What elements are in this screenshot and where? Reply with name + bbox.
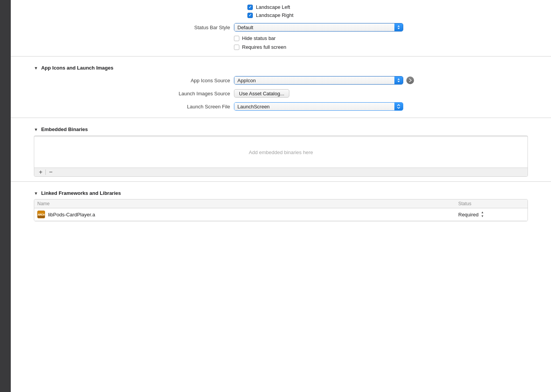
launch-screen-file-label: Launch Screen File xyxy=(34,104,234,110)
app-icons-source-value: AppIcon xyxy=(237,78,256,83)
top-section: ✓ Landscape Left ✓ Landscape Right xyxy=(11,0,551,21)
framework-status-cell: Required ▲ ▼ xyxy=(458,211,528,218)
app-icons-section-header: ▼ App Icons and Launch Images xyxy=(11,61,551,74)
use-asset-catalog-button[interactable]: Use Asset Catalog... xyxy=(234,89,289,98)
frameworks-col-name-header: Name xyxy=(37,201,458,206)
status-bar-value: Default xyxy=(237,25,253,30)
framework-name: libPods-CardPlayer.a xyxy=(48,212,95,218)
requires-fullscreen-row: Requires full screen xyxy=(11,43,551,51)
launch-screen-file-row: Launch Screen File LaunchScreen xyxy=(11,100,551,113)
app-icons-source-row: App Icons Source AppIcon xyxy=(11,74,551,87)
embedded-binaries-empty: Add embedded binaries here xyxy=(34,137,528,168)
linked-frameworks-triangle-icon[interactable]: ▼ xyxy=(34,191,38,196)
app-icons-source-select[interactable]: AppIcon xyxy=(234,76,403,85)
landscape-left-label: Landscape Left xyxy=(256,4,290,10)
embedded-binaries-triangle-icon[interactable]: ▼ xyxy=(34,127,38,132)
launch-screen-file-value: LaunchScreen xyxy=(237,104,270,110)
linked-frameworks-section-header: ▼ Linked Frameworks and Libraries xyxy=(11,186,551,199)
status-bar-select[interactable]: Default xyxy=(234,23,403,32)
framework-name-cell: ARCH libPods-CardPlayer.a xyxy=(37,211,458,218)
requires-fullscreen-checkbox[interactable] xyxy=(234,45,239,50)
launch-images-source-row: Launch Images Source Use Asset Catalog..… xyxy=(11,87,551,100)
lib-icon: ARCH xyxy=(37,211,45,218)
embedded-binaries-toolbar: + − xyxy=(34,168,528,176)
landscape-right-row: ✓ Landscape Right xyxy=(34,11,528,19)
remove-binary-button[interactable]: − xyxy=(47,169,54,175)
hide-status-bar-checkbox[interactable] xyxy=(234,36,239,41)
landscape-right-label: Landscape Right xyxy=(256,12,294,18)
landscape-left-row: ✓ Landscape Left xyxy=(34,3,528,11)
status-stepper[interactable]: ▲ ▼ xyxy=(481,211,484,218)
divider-1 xyxy=(11,56,551,56)
status-bar-style-row: Status Bar Style Default xyxy=(11,21,551,34)
frameworks-col-status-header: Status xyxy=(458,201,528,206)
toolbar-separator xyxy=(45,169,46,175)
linked-frameworks-table: Name Status ARCH libPods-CardPlayer.a Re… xyxy=(34,199,528,221)
status-bar-label: Status Bar Style xyxy=(34,25,234,30)
launch-screen-file-select[interactable]: LaunchScreen xyxy=(234,102,403,111)
lib-icon-text: ARCH xyxy=(38,213,45,216)
app-icons-triangle-icon[interactable]: ▼ xyxy=(34,66,38,70)
status-bar-arrow-btn[interactable] xyxy=(394,23,403,31)
landscape-left-checkbox[interactable]: ✓ xyxy=(247,5,253,10)
requires-fullscreen-label: Requires full screen xyxy=(242,44,286,50)
add-binary-button[interactable]: + xyxy=(37,169,44,175)
divider-2 xyxy=(11,118,551,118)
app-icons-source-arrow-btn[interactable] xyxy=(394,76,403,84)
app-icons-section-title: App Icons and Launch Images xyxy=(41,65,114,71)
sidebar-area xyxy=(0,0,11,392)
stepper-up-icon[interactable]: ▲ xyxy=(481,211,484,214)
embedded-binaries-section-title: Embedded Binaries xyxy=(41,126,88,132)
app-icons-source-label: App Icons Source xyxy=(34,78,234,83)
linked-frameworks-section-title: Linked Frameworks and Libraries xyxy=(41,190,121,196)
hide-status-bar-row: Hide status bar xyxy=(11,34,551,43)
divider-3 xyxy=(11,181,551,182)
launch-images-source-label: Launch Images Source xyxy=(34,91,234,96)
stepper-down-icon[interactable]: ▼ xyxy=(481,214,484,218)
frameworks-table-header: Name Status xyxy=(34,199,528,208)
app-icons-navigate-btn[interactable] xyxy=(406,76,414,84)
landscape-right-checkbox[interactable]: ✓ xyxy=(247,13,253,18)
embedded-binaries-table: Add embedded binaries here + − xyxy=(34,135,528,177)
launch-screen-file-arrow-btn[interactable] xyxy=(394,103,403,110)
table-row: ARCH libPods-CardPlayer.a Required ▲ ▼ xyxy=(34,208,528,221)
embedded-binaries-section-header: ▼ Embedded Binaries xyxy=(11,123,551,135)
hide-status-bar-label: Hide status bar xyxy=(242,35,276,41)
framework-status-value: Required xyxy=(458,212,479,218)
